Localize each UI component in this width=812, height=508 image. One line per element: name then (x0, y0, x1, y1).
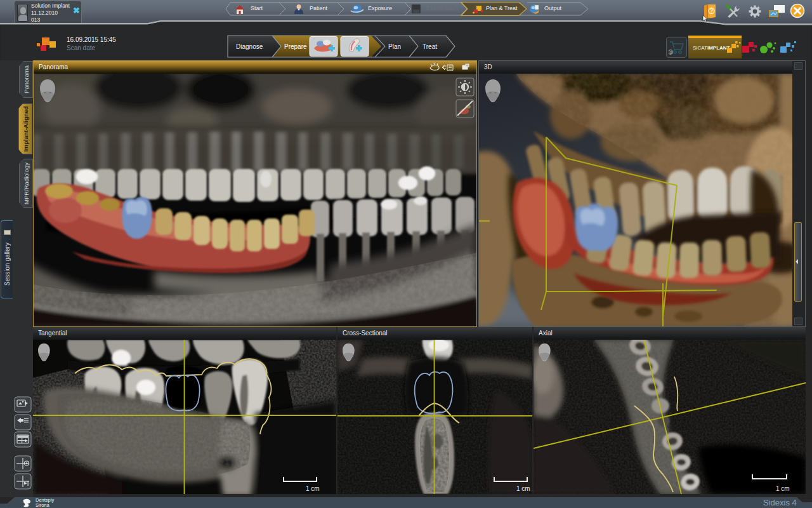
svg-text:Plan: Plan (388, 43, 401, 50)
svg-text:1 cm: 1 cm (516, 485, 530, 492)
svg-text:1 cm: 1 cm (306, 485, 320, 492)
svg-text:Treat: Treat (422, 43, 437, 50)
svg-text:Diagnose: Diagnose (236, 43, 263, 50)
svg-text:1 cm: 1 cm (776, 485, 790, 492)
svg-text:Prepare: Prepare (284, 43, 307, 50)
svg-text:0: 0 (669, 50, 672, 55)
svg-text:?: ? (710, 8, 714, 15)
